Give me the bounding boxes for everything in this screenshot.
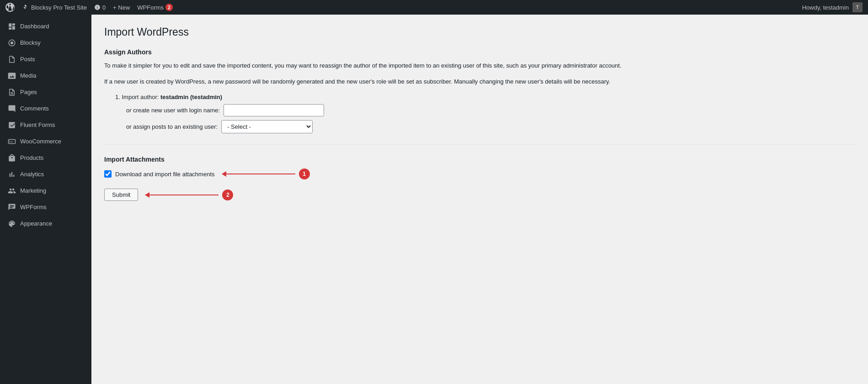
sidebar-label-marketing: Marketing [20, 187, 46, 195]
create-new-user-input[interactable] [224, 104, 324, 116]
products-icon [7, 153, 16, 163]
sidebar-item-comments[interactable]: Comments [0, 100, 91, 117]
wpforms-admin-bar-link[interactable]: WPForms 2 [137, 4, 173, 11]
page-title: Import WordPress [104, 26, 857, 39]
annotation-1-badge: 1 [299, 168, 310, 179]
sidebar-item-pages[interactable]: Pages [0, 84, 91, 100]
wpforms-icon [7, 203, 16, 212]
assign-authors-heading: Assign Authors [104, 48, 857, 56]
comments-count: 0 [102, 4, 106, 11]
sidebar-item-fluent-forms[interactable]: Fluent Forms [0, 117, 91, 133]
wpforms-label: WPForms [137, 4, 164, 11]
import-author-prefix: Import author: [122, 94, 159, 100]
author-list: 1. Import author: testadmin (testadmin) … [115, 94, 857, 133]
sidebar-item-media[interactable]: Media [0, 68, 91, 84]
import-attachments-section: Import Attachments Download and import f… [104, 144, 857, 201]
sidebar-item-appearance[interactable]: Appearance [0, 216, 91, 232]
sidebar-item-marketing[interactable]: Marketing [0, 183, 91, 199]
woocommerce-icon: woo [7, 137, 16, 146]
comments-icon [7, 104, 16, 113]
download-import-label[interactable]: Download and import file attachments [115, 171, 215, 178]
sidebar-label-comments: Comments [20, 105, 49, 113]
new-content-link[interactable]: + New [113, 4, 130, 11]
sidebar-label-wpforms: WPForms [20, 203, 47, 211]
sidebar-label-analytics: Analytics [20, 170, 44, 179]
sidebar-label-dashboard: Dashboard [20, 22, 49, 31]
create-new-user-label: or create new user with login name: [126, 107, 220, 114]
blocksy-icon [7, 38, 16, 47]
sidebar-item-wpforms[interactable]: WPForms [0, 199, 91, 216]
dashboard-icon [7, 22, 16, 31]
create-new-user-row: or create new user with login name: [126, 104, 857, 116]
fluent-forms-icon [7, 121, 16, 130]
sidebar-label-appearance: Appearance [20, 220, 52, 228]
para2: If a new user is created by WordPress, a… [104, 77, 857, 87]
media-icon [7, 71, 16, 80]
para1: To make it simpler for you to edit and s… [104, 61, 857, 71]
site-name[interactable]: Blocksy Pro Test Site [22, 4, 87, 11]
user-avatar: T [852, 2, 863, 12]
download-import-row: Download and import file attachments [104, 170, 215, 178]
admin-bar: Blocksy Pro Test Site 0 + New WPForms 2 … [0, 0, 868, 15]
admin-menu: Dashboard Blocksy Posts Media Pages [0, 15, 91, 384]
sidebar-label-woocommerce: WooCommerce [20, 137, 61, 146]
assign-existing-label: or assign posts to an existing user: [126, 123, 218, 130]
site-name-text: Blocksy Pro Test Site [31, 4, 87, 11]
appearance-icon [7, 219, 16, 228]
sidebar-item-blocksy[interactable]: Blocksy [0, 35, 91, 51]
user-info: Howdy, testadmin T [802, 2, 863, 12]
posts-icon [7, 55, 16, 64]
assign-existing-select[interactable]: - Select - [221, 120, 313, 133]
import-author-label: 1. Import author: testadmin (testadmin) [115, 94, 857, 100]
wpforms-badge: 2 [165, 4, 173, 11]
assign-existing-user-row: or assign posts to an existing user: - S… [126, 120, 857, 133]
main-content: Import WordPress Assign Authors To make … [91, 15, 868, 384]
sidebar-label-blocksy: Blocksy [20, 39, 41, 47]
sidebar-label-products: Products [20, 154, 43, 162]
sidebar-label-pages: Pages [20, 88, 37, 96]
marketing-icon [7, 186, 16, 195]
download-import-checkbox[interactable] [104, 170, 112, 178]
svg-text:woo: woo [9, 141, 13, 143]
wp-logo[interactable] [5, 3, 15, 12]
sidebar-item-posts[interactable]: Posts [0, 51, 91, 68]
import-attachments-heading: Import Attachments [104, 156, 857, 163]
howdy-text: Howdy, testadmin [802, 4, 849, 11]
pages-icon [7, 88, 16, 97]
sidebar-item-woocommerce[interactable]: woo WooCommerce [0, 133, 91, 150]
new-label: + New [113, 4, 130, 11]
sidebar-label-media: Media [20, 72, 36, 80]
sidebar-item-products[interactable]: Products [0, 150, 91, 166]
import-author-value: testadmin (testadmin) [160, 94, 222, 100]
sidebar-label-posts: Posts [20, 55, 35, 63]
submit-button[interactable]: Submit [104, 189, 138, 201]
comments-link[interactable]: 0 [94, 4, 106, 11]
author-item: 1. Import author: testadmin (testadmin) … [115, 94, 857, 133]
analytics-icon [7, 170, 16, 179]
sidebar-item-analytics[interactable]: Analytics [0, 166, 91, 183]
sidebar-label-fluent-forms: Fluent Forms [20, 121, 55, 129]
annotation-2-badge: 2 [222, 189, 233, 200]
sidebar-item-dashboard[interactable]: Dashboard [0, 18, 91, 35]
svg-point-1 [11, 42, 13, 44]
